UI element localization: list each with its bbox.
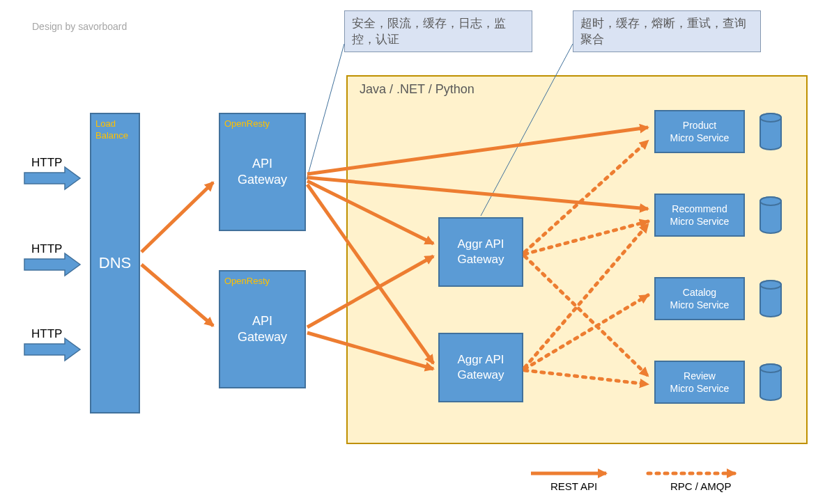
api-gateway-1-text: APIGateway	[238, 156, 287, 189]
legend-rpc: RPC / AMQP	[670, 480, 732, 492]
service-review-text: ReviewMicro Service	[670, 370, 730, 395]
dns-text: DNS	[99, 254, 131, 272]
service-product: ProductMicro Service	[654, 110, 745, 153]
svg-line-10	[141, 182, 213, 252]
aggr-2-text: Aggr APIGateway	[457, 352, 504, 383]
service-review: ReviewMicro Service	[654, 361, 745, 404]
note-aggr: 超时，缓存，熔断，重试，查询聚合	[573, 10, 761, 52]
service-product-text: ProductMicro Service	[670, 119, 730, 144]
openresty-label-2: OpenResty	[224, 276, 270, 286]
aggr-1-text: Aggr APIGateway	[457, 237, 504, 267]
http-label-2: HTTP	[31, 242, 62, 256]
note-gateway: 安全，限流，缓存，日志，监控，认证	[344, 10, 532, 52]
legend-rest: REST API	[550, 480, 597, 492]
api-gateway-2-text: APIGateway	[238, 313, 287, 346]
http-label-3: HTTP	[31, 327, 62, 341]
dns-box: DNS	[90, 113, 140, 414]
container-label: Java / .NET / Python	[360, 82, 475, 97]
api-gateway-2: APIGateway	[219, 270, 306, 388]
svg-line-11	[141, 265, 213, 326]
service-recommend-text: RecommendMicro Service	[670, 203, 730, 228]
design-credit: Design by savorboard	[32, 21, 127, 32]
service-catalog-text: CatalogMicro Service	[670, 286, 730, 311]
load-balance-label: Load Balance	[95, 118, 137, 142]
service-recommend: RecommendMicro Service	[654, 194, 745, 237]
http-label-1: HTTP	[31, 156, 62, 170]
aggr-gateway-1: Aggr APIGateway	[438, 217, 523, 287]
aggr-gateway-2: Aggr APIGateway	[438, 333, 523, 402]
api-gateway-1: APIGateway	[219, 113, 306, 231]
openresty-label-1: OpenResty	[224, 118, 270, 129]
service-catalog: CatalogMicro Service	[654, 277, 745, 320]
svg-line-8	[307, 44, 344, 180]
